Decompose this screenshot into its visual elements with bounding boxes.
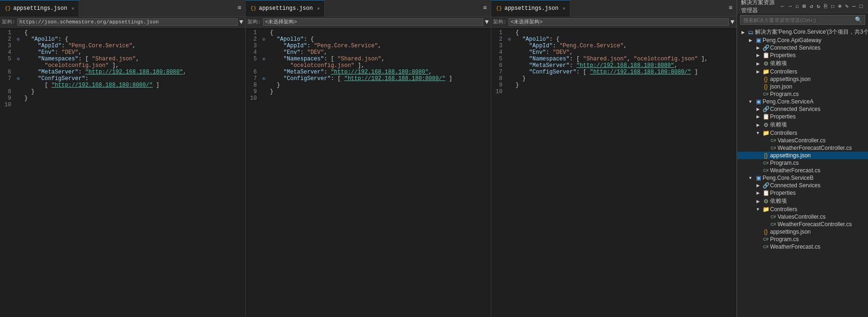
project-label-svb: Peng.Core.ServiceB xyxy=(763,175,868,181)
toolbar-refresh-btn[interactable]: ↺ xyxy=(808,2,814,10)
json-icon-apigw-json: {} xyxy=(762,83,770,90)
schema-expand-1[interactable]: ▼ xyxy=(239,18,243,26)
schema-input-2[interactable] xyxy=(263,18,483,26)
schema-expand-3[interactable]: ▼ xyxy=(731,18,734,26)
toolbar-redo-btn[interactable]: ↻ xyxy=(816,2,822,10)
expand-arrow-sva-props[interactable]: ▶ xyxy=(754,114,762,119)
tree-item-svb-weatherforecast[interactable]: ▶ C# WeatherForecast.cs xyxy=(737,243,868,251)
code-line: 1 { xyxy=(0,29,245,36)
tab-close-2[interactable]: ✕ xyxy=(317,6,320,11)
expand-arrow-svb-props[interactable]: ▶ xyxy=(754,191,762,195)
toolbar-add-btn[interactable]: ⊕ xyxy=(837,2,843,10)
expand-arrow-svb-deps[interactable]: ▶ xyxy=(754,199,762,204)
tab-menu-btn-2[interactable]: ≡ xyxy=(481,3,489,13)
expand-arrow-apigw-connected[interactable]: ▶ xyxy=(754,45,762,50)
code-lines-3: 1 { 2 ⊙ "Apollo": { 3 "AppId": "Peng.Cor… xyxy=(491,29,736,95)
tree-item-svb-program[interactable]: ▶ C# Program.cs xyxy=(737,236,868,243)
expand-arrow-sva[interactable]: ▼ xyxy=(747,99,754,104)
tab-label-3: appsettings.json xyxy=(504,5,558,12)
tree-item-sva-valuesctrl[interactable]: ▶ C# ValuesController.cs xyxy=(737,137,868,144)
expand-arrow-apigw-deps[interactable]: ▶ xyxy=(754,61,762,66)
toolbar-forward-btn[interactable]: → xyxy=(787,3,793,10)
cs-icon-svb-weatherforecast: C# xyxy=(762,244,770,249)
tab-appsettings-2[interactable]: {} appsettings.json ✕ xyxy=(246,0,325,16)
expand-arrow-apigw[interactable]: ▶ xyxy=(747,38,754,43)
expand-arrow-sva-connected[interactable]: ▶ xyxy=(754,107,762,111)
cs-icon-svb-program: C# xyxy=(762,237,770,242)
tree-item-sva-props[interactable]: ▶ 📋 Properties xyxy=(737,113,868,120)
toolbar-copy-btn[interactable]: ⎘ xyxy=(823,3,829,10)
tab-menu-btn-1[interactable]: ≡ xyxy=(236,3,243,13)
expand-arrow-svb-connected[interactable]: ▶ xyxy=(754,183,762,188)
solution-search-input[interactable] xyxy=(743,17,855,23)
code-line: 9 } xyxy=(0,95,245,102)
expand-arrow-sva-deps[interactable]: ▶ xyxy=(754,123,762,127)
props-icon-svb: 📋 xyxy=(762,190,770,196)
code-area-2[interactable]: 1 { 2 ⊙ "Apollo": { 3 "AppId": "Peng.Cor… xyxy=(246,28,491,317)
schema-input-3[interactable] xyxy=(509,18,729,26)
tree-item-sva-appsettings[interactable]: ▶ {} appsettings.json xyxy=(737,152,868,159)
tab-close-3[interactable]: ✕ xyxy=(562,6,565,11)
tree-item-apigw[interactable]: ▶ ▣ Peng.Core.ApiGateway xyxy=(737,37,868,44)
tree-item-sva-weatherforecast[interactable]: ▶ C# WeatherForecast.cs xyxy=(737,167,868,174)
expand-arrow-sol[interactable]: ▶ xyxy=(739,30,747,35)
tree-item-svb-appsettings[interactable]: ▶ {} appsettings.json xyxy=(737,228,868,236)
code-line: 4 "Env": "DEV", xyxy=(491,49,736,56)
tree-item-sva-weatherctrl[interactable]: ▶ C# WeatherForecastController.cs xyxy=(737,144,868,152)
tree-item-apigw-connected[interactable]: ▶ 🔗 Connected Services xyxy=(737,44,868,52)
toolbar-max-btn[interactable]: □ xyxy=(858,3,864,10)
schema-bar-2: 架构: ▼ xyxy=(246,16,491,28)
toolbar-back-btn[interactable]: ← xyxy=(780,3,786,10)
toolbar-check-btn[interactable]: ☐ xyxy=(830,2,836,10)
code-area-3[interactable]: 1 { 2 ⊙ "Apollo": { 3 "AppId": "Peng.Cor… xyxy=(491,28,736,317)
tree-item-svb-connected[interactable]: ▶ 🔗 Connected Services xyxy=(737,182,868,189)
expand-arrow-apigw-props[interactable]: ▶ xyxy=(754,53,762,58)
tree-item-svb-valuesctrl[interactable]: ▶ C# ValuesController.cs xyxy=(737,213,868,221)
code-line: 8 } xyxy=(491,75,736,82)
expand-arrow-svb[interactable]: ▼ xyxy=(747,176,754,180)
solution-icon: 🗂 xyxy=(747,29,755,36)
cs-label-sva-program: Program.cs xyxy=(770,160,868,166)
expand-arrow-apigw-controllers[interactable]: ▶ xyxy=(754,69,762,74)
tree-item-apigw-program[interactable]: ▶ C# Program.cs xyxy=(737,90,868,98)
tab-close-1[interactable]: ✕ xyxy=(71,6,74,11)
tree-item-sva-controllers[interactable]: ▼ 📁 Controllers xyxy=(737,129,868,137)
toolbar-min-btn[interactable]: — xyxy=(851,3,857,10)
tree-item-svb-props[interactable]: ▶ 📋 Properties xyxy=(737,189,868,197)
schema-input-1[interactable] xyxy=(17,18,238,26)
tree-item-apigw-jsonsettings[interactable]: ▶ {} json.json xyxy=(737,83,868,90)
tab-appsettings-1[interactable]: {} appsettings.json ✕ xyxy=(0,0,79,16)
schema-expand-2[interactable]: ▼ xyxy=(485,18,489,26)
tree-item-apigw-controllers[interactable]: ▶ 📁 Controllers xyxy=(737,68,868,75)
solution-search-bar[interactable]: 🔍 xyxy=(740,15,865,25)
tree-item-svb-deps[interactable]: ▶ ⚙ 依赖项 xyxy=(737,197,868,206)
panel-toolbar: ← → ⌂ ⊞ ↺ ↻ ⎘ ☐ ⊕ ✎ — □ xyxy=(780,2,864,10)
json-label-sva-appsettings: appsettings.json xyxy=(770,152,868,159)
folder-label-sva-controllers: Controllers xyxy=(770,130,868,136)
project-label-apigw: Peng.Core.ApiGateway xyxy=(763,37,868,44)
tab-menu-btn-3[interactable]: ≡ xyxy=(727,3,734,13)
expand-arrow-sva-controllers[interactable]: ▼ xyxy=(754,131,762,135)
tree-item-svb[interactable]: ▼ ▣ Peng.Core.ServiceB xyxy=(737,174,868,182)
toolbar-edit-btn[interactable]: ✎ xyxy=(844,2,850,10)
tab-appsettings-3[interactable]: {} appsettings.json ✕ xyxy=(491,0,570,16)
tree-item-apigw-props[interactable]: ▶ 📋 Properties xyxy=(737,52,868,59)
tree-item-apigw-appsettings[interactable]: ▶ {} appsettings.json xyxy=(737,75,868,83)
toolbar-grid-btn[interactable]: ⊞ xyxy=(801,2,807,10)
tree-item-solution-root[interactable]: ▶ 🗂 解决方案'Peng.Core.Service'(3个项目，共3个) xyxy=(737,28,868,37)
tree-item-svb-weatherctrl[interactable]: ▶ C# WeatherForecastController.cs xyxy=(737,221,868,228)
tree-item-sva-deps[interactable]: ▶ ⚙ 依赖项 xyxy=(737,120,868,129)
cs-label-sva-weatherctrl: WeatherForecastController.cs xyxy=(778,145,868,151)
tree-item-sva-program[interactable]: ▶ C# Program.cs xyxy=(737,159,868,167)
folder-icon-sva-controllers: 📁 xyxy=(762,130,770,136)
tree-item-sva-connected[interactable]: ▶ 🔗 Connected Services xyxy=(737,105,868,113)
deps-label-svb: 依赖项 xyxy=(770,197,868,205)
tree-item-apigw-deps[interactable]: ▶ ⚙ 依赖项 xyxy=(737,59,868,68)
toolbar-home-btn[interactable]: ⌂ xyxy=(794,3,800,10)
tree-item-svb-controllers[interactable]: ▼ 📁 Controllers xyxy=(737,206,868,213)
tree-item-sva[interactable]: ▼ ▣ Peng.Core.ServiceA xyxy=(737,98,868,105)
project-label-sva: Peng.Core.ServiceA xyxy=(763,98,868,105)
code-area-1[interactable]: 1 { 2 ⊙ "Apollo": { 3 "AppId": "Peng.Cor… xyxy=(0,28,245,317)
props-label-sva: Properties xyxy=(770,113,868,120)
expand-arrow-svb-controllers[interactable]: ▼ xyxy=(754,207,762,212)
